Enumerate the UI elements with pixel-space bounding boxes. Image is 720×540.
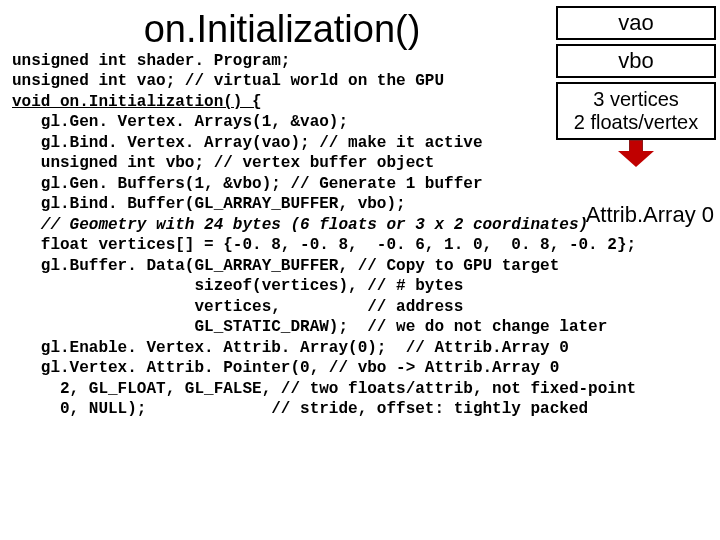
code-line: unsigned int vbo; // vertex buffer objec… — [12, 154, 434, 172]
slide-title: on.Initialization() — [12, 0, 552, 51]
code-line: 2, GL_FLOAT, GL_FALSE, // two floats/att… — [12, 380, 636, 398]
code-line: gl.Bind. Vertex. Array(vao); // make it … — [12, 134, 482, 152]
vertices-box: 3 vertices 2 floats/vertex — [556, 82, 716, 140]
code-line: // Geometry with 24 bytes (6 floats or 3… — [12, 216, 588, 234]
code-line: gl.Gen. Vertex. Arrays(1, &vao); — [12, 113, 348, 131]
code-line: gl.Bind. Buffer(GL_ARRAY_BUFFER, vbo); — [12, 195, 406, 213]
vertices-line1: 3 vertices — [593, 88, 679, 110]
code-line: vertices, // address — [12, 298, 463, 316]
code-line: unsigned int vao; // virtual world on th… — [12, 72, 444, 90]
code-line: void on.Initialization() { — [12, 93, 262, 111]
attrib-array-label: Attrib.Array 0 — [586, 202, 714, 228]
vbo-box: vbo — [556, 44, 716, 78]
arrow-down-icon — [556, 140, 716, 167]
code-line: gl.Vertex. Attrib. Pointer(0, // vbo -> … — [12, 359, 559, 377]
code-line: unsigned int shader. Program; — [12, 52, 290, 70]
slide: on.Initialization() vao vbo 3 vertices 2… — [0, 0, 720, 540]
code-block-3: unsigned int vbo; // vertex buffer objec… — [12, 153, 712, 419]
vertices-line2: 2 floats/vertex — [574, 111, 699, 133]
code-line: gl.Gen. Buffers(1, &vbo); // Generate 1 … — [12, 175, 482, 193]
code-line: 0, NULL); // stride, offset: tightly pac… — [12, 400, 588, 418]
code-line: gl.Buffer. Data(GL_ARRAY_BUFFER, // Copy… — [12, 257, 559, 275]
code-line: float vertices[] = {-0. 8, -0. 8, -0. 6,… — [12, 236, 636, 254]
code-line: sizeof(vertices), // # bytes — [12, 277, 463, 295]
vao-box: vao — [556, 6, 716, 40]
code-line: GL_STATIC_DRAW); // we do not change lat… — [12, 318, 607, 336]
diagram: vao vbo 3 vertices 2 floats/vertex — [556, 6, 716, 167]
code-line: gl.Enable. Vertex. Attrib. Array(0); // … — [12, 339, 569, 357]
